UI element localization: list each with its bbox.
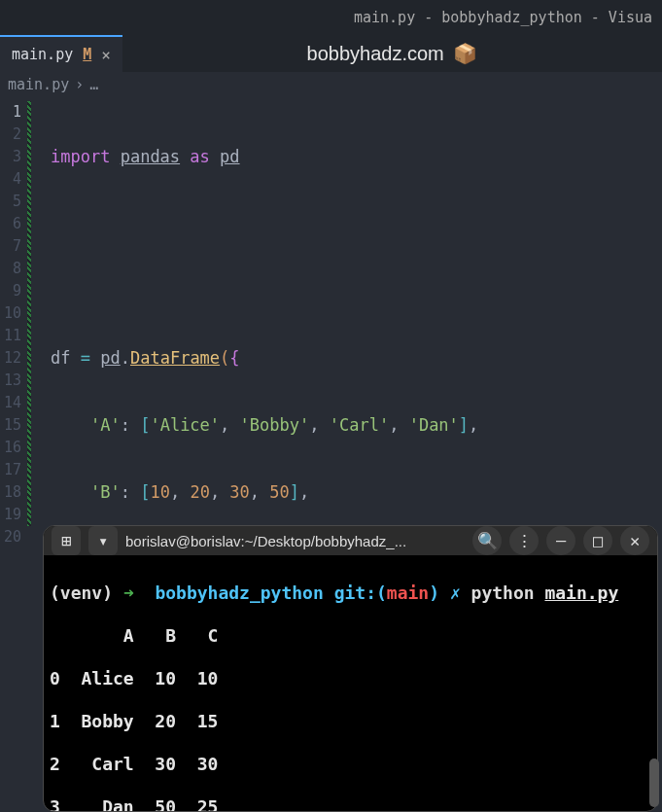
cube-icon: 📦 [453, 43, 477, 64]
code-line: df = pd.DataFrame({ [51, 347, 489, 370]
terminal-line: (venv) ➜ bobbyhadz_python git:(main) ✗ p… [50, 583, 651, 604]
code-line: 'B': [10, 20, 30, 50], [51, 481, 489, 504]
close-icon: ✕ [630, 531, 640, 550]
line-number: 2 [0, 124, 21, 146]
tab-main-py[interactable]: main.py M × [0, 35, 122, 72]
new-tab-icon: ⊞ [61, 531, 71, 550]
search-button[interactable]: 🔍 [472, 526, 502, 555]
code-line: import pandas as pd [51, 146, 489, 168]
new-tab-button[interactable]: ⊞ [52, 526, 81, 555]
chevron-right-icon: › [75, 76, 84, 93]
gutter: 1 2 3 4 5 6 7 8 9 10 11 12 13 14 15 16 1… [0, 101, 25, 812]
line-number: 10 [0, 302, 21, 325]
tab-filename: main.py [12, 46, 73, 63]
terminal-titlebar[interactable]: ⊞ ▾ borislav@borislav:~/Desktop/bobbyhad… [44, 526, 657, 555]
terminal-line: A B C [50, 625, 651, 647]
terminal-title: borislav@borislav:~/Desktop/bobbyhadz_..… [125, 533, 406, 549]
line-number: 16 [0, 437, 21, 459]
tab-bar: main.py M × bobbyhadz.com 📦 [0, 35, 662, 72]
line-number: 7 [0, 235, 21, 258]
line-number: 20 [0, 526, 21, 548]
menu-button[interactable]: ⋮ [509, 526, 539, 555]
chevron-down-icon: ▾ [98, 531, 108, 550]
close-icon[interactable]: × [101, 46, 111, 64]
line-number: 9 [0, 280, 21, 302]
line-number: 17 [0, 459, 21, 481]
watermark-text: bobbyhadz.com [307, 43, 444, 64]
line-number: 5 [0, 191, 21, 213]
minimize-icon: – [556, 531, 566, 550]
terminal-line: 3 Dan 50 25 [50, 796, 651, 811]
terminal-window: ⊞ ▾ borislav@borislav:~/Desktop/bobbyhad… [43, 525, 658, 812]
line-number: 3 [0, 146, 21, 168]
line-number: 6 [0, 213, 21, 235]
line-number: 14 [0, 392, 21, 414]
line-number: 18 [0, 481, 21, 504]
close-button[interactable]: ✕ [620, 526, 649, 555]
breadcrumb-rest: … [89, 76, 98, 93]
tab-modified-badge: M [83, 46, 91, 63]
line-number: 19 [0, 504, 21, 526]
terminal-line: 1 Bobby 20 15 [50, 711, 651, 732]
line-number: 8 [0, 258, 21, 280]
terminal-line: 0 Alice 10 10 [50, 668, 651, 689]
line-number: 11 [0, 325, 21, 347]
code-line [51, 280, 489, 302]
scrollbar-thumb[interactable] [649, 759, 659, 807]
window-title: main.py - bobbyhadz_python - Visua [354, 9, 652, 26]
minimize-button[interactable]: – [546, 526, 575, 555]
maximize-button[interactable]: □ [583, 526, 612, 555]
maximize-icon: □ [593, 531, 603, 550]
breadcrumb-file: main.py [8, 76, 69, 93]
line-number: 15 [0, 414, 21, 437]
window-title-bar: main.py - bobbyhadz_python - Visua [0, 0, 662, 35]
terminal-line: 2 Carl 30 30 [50, 754, 651, 775]
code-line: 'A': ['Alice', 'Bobby', 'Carl', 'Dan'], [51, 414, 489, 437]
line-number: 4 [0, 168, 21, 191]
kebab-icon: ⋮ [516, 531, 533, 550]
tab-menu-button[interactable]: ▾ [88, 526, 118, 555]
line-number: 1 [0, 101, 21, 124]
breadcrumb[interactable]: main.py › … [0, 72, 662, 97]
search-icon: 🔍 [477, 531, 498, 550]
line-number: 13 [0, 370, 21, 392]
line-number: 12 [0, 347, 21, 370]
watermark: bobbyhadz.com 📦 [122, 42, 662, 65]
code-line [51, 213, 489, 235]
terminal-body[interactable]: (venv) ➜ bobbyhadz_python git:(main) ✗ p… [44, 555, 657, 811]
